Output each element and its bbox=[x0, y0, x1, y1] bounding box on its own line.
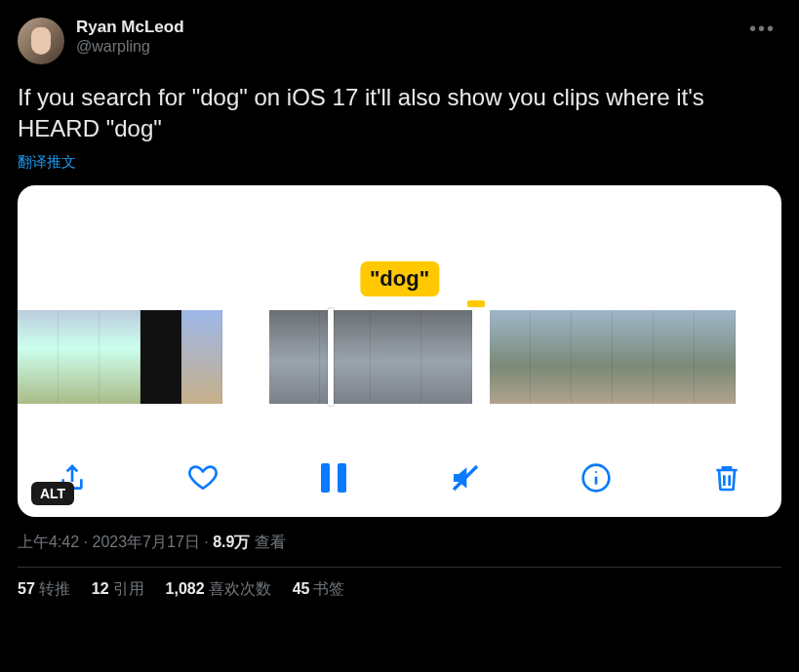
tweet-header: Ryan McLeod @warpling ••• bbox=[18, 18, 781, 64]
mute-icon[interactable] bbox=[446, 458, 485, 497]
clip-thumbnail-group[interactable] bbox=[18, 310, 222, 404]
likes-count: 1,082 bbox=[166, 580, 205, 597]
search-tag: "dog" bbox=[360, 261, 439, 296]
svg-point-3 bbox=[595, 471, 597, 473]
author-block[interactable]: Ryan McLeod @warpling bbox=[76, 18, 743, 57]
avatar[interactable] bbox=[18, 18, 64, 64]
clip-thumbnail-group[interactable] bbox=[269, 310, 472, 404]
views-label: 查看 bbox=[255, 534, 286, 550]
likes-label: 喜欢次数 bbox=[209, 580, 271, 597]
media-card[interactable]: "dog" bbox=[18, 185, 781, 517]
timestamp-time[interactable]: 上午4:42 bbox=[18, 534, 79, 550]
alt-badge[interactable]: ALT bbox=[31, 482, 74, 505]
divider bbox=[18, 567, 781, 568]
quotes-label: 引用 bbox=[113, 580, 144, 597]
retweets-stat[interactable]: 57转推 bbox=[18, 579, 70, 600]
quotes-count: 12 bbox=[92, 580, 109, 597]
quotes-stat[interactable]: 12引用 bbox=[92, 579, 144, 600]
tweet-stats: 57转推 12引用 1,082喜欢次数 45书签 bbox=[18, 579, 781, 600]
likes-stat[interactable]: 1,082喜欢次数 bbox=[166, 579, 271, 600]
bookmarks-count: 45 bbox=[293, 580, 310, 597]
video-timeline[interactable] bbox=[18, 310, 781, 404]
pause-icon[interactable] bbox=[314, 458, 353, 497]
views-count: 8.9万 bbox=[213, 534, 250, 550]
bookmarks-label: 书签 bbox=[313, 580, 344, 597]
retweets-label: 转推 bbox=[39, 580, 70, 597]
heart-icon[interactable] bbox=[183, 458, 222, 497]
translate-link[interactable]: 翻译推文 bbox=[18, 153, 76, 172]
clip-thumbnail-group[interactable] bbox=[490, 310, 736, 404]
retweets-count: 57 bbox=[18, 580, 35, 597]
tweet-meta: 上午4:42 · 2023年7月17日 · 8.9万 查看 bbox=[18, 533, 781, 553]
display-name: Ryan McLeod bbox=[76, 18, 743, 37]
tweet-container: Ryan McLeod @warpling ••• If you search … bbox=[0, 0, 799, 617]
tweet-text: If you search for "dog" on iOS 17 it'll … bbox=[18, 82, 781, 145]
info-icon[interactable] bbox=[577, 458, 616, 497]
trash-icon[interactable] bbox=[707, 458, 746, 497]
more-icon[interactable]: ••• bbox=[743, 18, 781, 40]
playhead[interactable] bbox=[328, 308, 334, 406]
bookmarks-stat[interactable]: 45书签 bbox=[293, 579, 345, 600]
playhead-marker bbox=[467, 300, 485, 307]
media-toolbar bbox=[18, 458, 781, 497]
timestamp-date[interactable]: 2023年7月17日 bbox=[92, 534, 199, 550]
handle: @warpling bbox=[76, 37, 743, 56]
